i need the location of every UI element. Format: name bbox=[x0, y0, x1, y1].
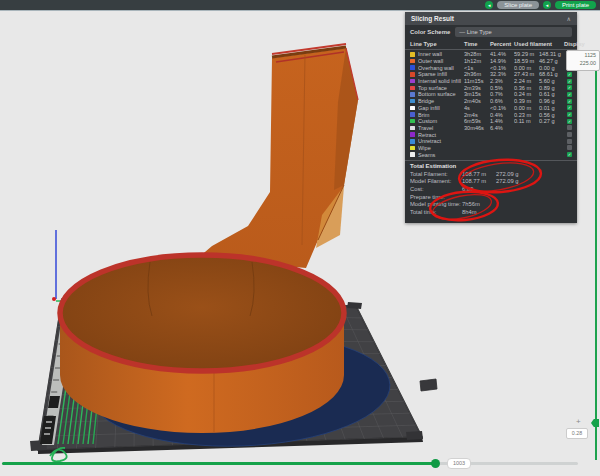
line-type-label: Outer wall bbox=[418, 58, 464, 64]
line-type-row: Sparse infill2h36m32.3%27.43 m68.61 g✓ bbox=[405, 71, 577, 78]
display-checkbox[interactable]: ✓ bbox=[567, 99, 572, 104]
line-type-label: Seams bbox=[418, 152, 464, 158]
line-type-row: Retract bbox=[405, 131, 577, 138]
line-type-label: Unretract bbox=[418, 138, 464, 144]
line-type-color-swatch bbox=[410, 65, 415, 70]
line-type-color-swatch bbox=[410, 126, 415, 131]
display-checkbox[interactable]: ✓ bbox=[567, 105, 572, 110]
line-type-length: 0.24 m bbox=[514, 91, 539, 97]
line-type-rows: Inner wall3h28m41.4%59.29 m148.31 g✓Oute… bbox=[405, 50, 577, 158]
line-type-percent: 0.5% bbox=[490, 85, 514, 91]
line-type-row: Wipe bbox=[405, 145, 577, 152]
line-type-time: 1h12m bbox=[464, 58, 490, 64]
line-type-label: Inner wall bbox=[418, 51, 464, 57]
total-value-2: 272.09 g bbox=[496, 171, 572, 177]
line-type-percent: <0.1% bbox=[490, 65, 514, 71]
line-type-row: Unretract bbox=[405, 138, 577, 145]
line-type-label: Travel bbox=[418, 125, 464, 131]
display-checkbox[interactable]: ✓ bbox=[567, 119, 572, 124]
plate-corner-tab bbox=[347, 302, 362, 309]
line-type-color-swatch bbox=[410, 106, 415, 111]
plus-icon[interactable]: + bbox=[576, 417, 581, 426]
total-row: Prepare time: bbox=[405, 193, 577, 201]
display-checkbox[interactable]: ✓ bbox=[567, 92, 572, 97]
display-checkbox[interactable]: ✓ bbox=[567, 112, 572, 117]
total-row: Model Filament:108.77 m272.09 g bbox=[405, 178, 577, 186]
line-type-row: Gap infill4s<0.1%0.00 m0.01 g✓ bbox=[405, 105, 577, 112]
display-checkbox[interactable]: ✓ bbox=[567, 72, 572, 77]
total-row: Cost:6.80 bbox=[405, 185, 577, 193]
display-checkbox[interactable] bbox=[567, 145, 572, 150]
plate-handle-tab bbox=[420, 379, 437, 391]
display-checkbox[interactable]: ✓ bbox=[567, 85, 572, 90]
total-value-1: 108.77 m bbox=[462, 178, 496, 184]
line-type-label: Gap infill bbox=[418, 105, 464, 111]
slice-plate-button[interactable]: Slice plate bbox=[497, 1, 539, 9]
color-scheme-dropdown[interactable]: — Line Type bbox=[455, 27, 572, 37]
line-type-color-swatch bbox=[410, 112, 415, 117]
layer-slider-track[interactable] bbox=[595, 60, 597, 460]
line-type-row: Custom6m59s1.4%0.11 m0.27 g✓ bbox=[405, 118, 577, 125]
line-type-percent: 6.4% bbox=[490, 125, 514, 131]
top-toolbar: ◂ Slice plate ◂ Print plate bbox=[0, 0, 600, 11]
display-checkbox[interactable] bbox=[567, 125, 572, 130]
line-type-label: Bottom surface bbox=[418, 91, 464, 97]
line-type-length: 27.43 m bbox=[514, 71, 539, 77]
display-checkbox[interactable]: ✓ bbox=[567, 152, 572, 157]
print-options-arrow-icon[interactable]: ◂ bbox=[543, 1, 551, 9]
plate-corner-tab bbox=[406, 431, 423, 440]
line-type-label: Retract bbox=[418, 132, 464, 138]
line-type-percent: 0.6% bbox=[490, 98, 514, 104]
print-plate-button[interactable]: Print plate bbox=[555, 1, 596, 9]
line-type-length: 59.29 m bbox=[514, 51, 539, 57]
layer-number: 1125 bbox=[570, 52, 596, 60]
total-row: Total time:8h4m bbox=[405, 208, 577, 216]
line-type-time: <1s bbox=[464, 65, 490, 71]
chevron-up-icon[interactable]: ∧ bbox=[567, 15, 571, 22]
slice-options-arrow-icon[interactable]: ◂ bbox=[485, 1, 493, 9]
line-type-length: 0.36 m bbox=[514, 85, 539, 91]
display-checkbox[interactable] bbox=[567, 132, 572, 137]
total-value-1: 7h56m bbox=[462, 201, 496, 207]
display-checkbox[interactable]: ✓ bbox=[567, 79, 572, 84]
line-type-length: 0.23 m bbox=[514, 112, 539, 118]
line-type-length: 0.39 m bbox=[514, 98, 539, 104]
total-value-1: 108.77 m bbox=[462, 171, 496, 177]
line-type-label: Top surface bbox=[418, 85, 464, 91]
line-type-percent: <0.1% bbox=[490, 105, 514, 111]
line-type-color-swatch bbox=[410, 79, 415, 84]
line-type-weight: 5.60 g bbox=[539, 78, 564, 84]
line-type-row: Overhang wall<1s<0.1%0.00 m0.00 g✓ bbox=[405, 64, 577, 71]
line-type-row: Bottom surface3m15s0.7%0.24 m0.61 g✓ bbox=[405, 91, 577, 98]
line-type-weight: 0.56 g bbox=[539, 112, 564, 118]
line-type-weight: 148.31 g bbox=[539, 51, 564, 57]
total-label: Cost: bbox=[410, 186, 462, 192]
line-type-length: 0.11 m bbox=[514, 118, 539, 124]
total-estimation-title: Total Estimation bbox=[405, 160, 577, 170]
col-time: Time bbox=[464, 41, 490, 47]
line-type-label: Wipe bbox=[418, 145, 464, 151]
line-type-label: Custom bbox=[418, 118, 464, 124]
line-type-color-swatch bbox=[410, 92, 415, 97]
line-type-label: Internal solid infill bbox=[418, 78, 464, 84]
line-type-time: 6m59s bbox=[464, 118, 490, 124]
line-type-table-header: Line Type Time Percent Used filament Dis… bbox=[405, 39, 577, 50]
line-type-color-swatch bbox=[410, 72, 415, 77]
total-estimation-rows: Total Filament:108.77 m272.09 gModel Fil… bbox=[405, 170, 577, 216]
slicing-result-panel: Slicing Result ∧ Color Scheme — Line Typ… bbox=[405, 12, 577, 223]
line-type-color-swatch bbox=[410, 52, 415, 57]
move-slider-handle[interactable] bbox=[431, 459, 440, 468]
line-type-time: 2m39s bbox=[464, 85, 490, 91]
line-type-row: Outer wall1h12m14.9%18.59 m46.27 g✓ bbox=[405, 58, 577, 65]
display-checkbox[interactable] bbox=[567, 139, 572, 144]
line-type-time: 3m15s bbox=[464, 91, 490, 97]
total-value-1: 6.80 bbox=[462, 186, 496, 192]
model-chimney bbox=[198, 44, 358, 268]
total-value-2: 272.09 g bbox=[496, 178, 572, 184]
line-type-weight: 46.27 g bbox=[539, 58, 564, 64]
line-type-time: 11m15s bbox=[464, 78, 490, 84]
total-row: Total Filament:108.77 m272.09 g bbox=[405, 170, 577, 178]
line-type-time: 4s bbox=[464, 105, 490, 111]
sliced-model[interactable] bbox=[60, 44, 392, 451]
panel-title: Slicing Result bbox=[411, 15, 454, 22]
